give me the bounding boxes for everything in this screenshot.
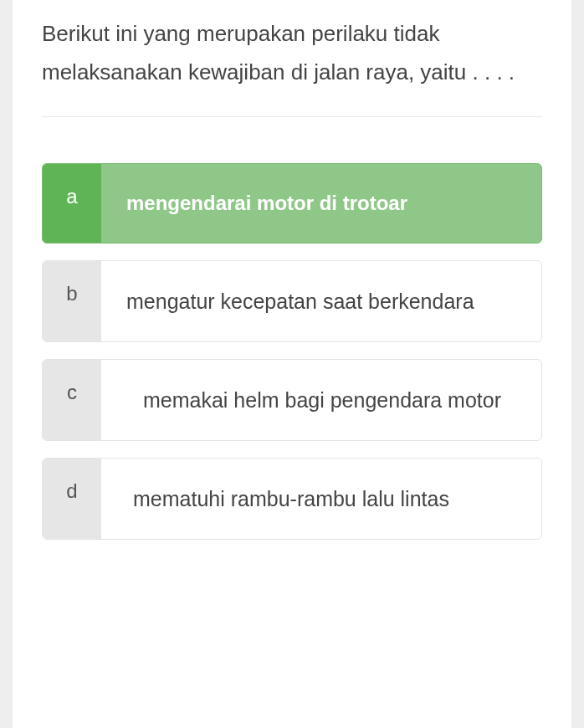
option-key-d: d [43, 459, 101, 539]
option-text-a: mengendarai motor di trotoar [101, 164, 541, 243]
option-key-c: c [43, 360, 101, 440]
question-text: Berikut ini yang merupakan perilaku tida… [42, 0, 542, 117]
option-text-d: mematuhi rambu-rambu lalu lintas [101, 459, 541, 539]
option-b[interactable]: b mengatur kecepatan saat berkendara [42, 260, 542, 342]
option-key-a: a [43, 164, 101, 243]
options-list: a mengendarai motor di trotoar b mengatu… [42, 163, 542, 540]
option-text-c: memakai helm bagi pengendara motor [101, 360, 541, 440]
option-text-b: mengatur kecepatan saat berkendara [101, 261, 541, 341]
option-d[interactable]: d mematuhi rambu-rambu lalu lintas [42, 458, 542, 540]
question-card: Berikut ini yang merupakan perilaku tida… [13, 0, 571, 728]
option-key-b: b [43, 261, 101, 341]
option-c[interactable]: c memakai helm bagi pengendara motor [42, 359, 542, 441]
option-a[interactable]: a mengendarai motor di trotoar [42, 163, 542, 244]
